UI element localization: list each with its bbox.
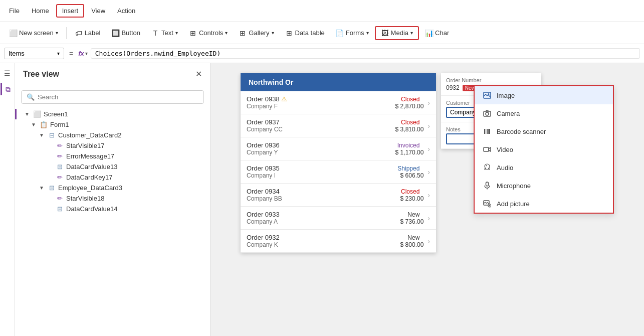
tree-item-datacardvalue14[interactable]: ⊟ DataCardValue14 <box>15 204 210 214</box>
gallery-button[interactable]: ⊞ Gallery ▾ <box>234 27 279 39</box>
order-number: Order 0936 <box>247 141 395 149</box>
svg-rect-6 <box>487 129 488 134</box>
dropdown-item-image[interactable]: Image <box>475 86 613 104</box>
order-arrow-icon: › <box>427 99 430 107</box>
order-amount: $ 736.00 <box>400 218 424 225</box>
chart-icon: 📊 <box>425 29 433 37</box>
order-row[interactable]: Order 0934 Company BB Closed $ 230.00 › <box>241 184 436 207</box>
chart-button[interactable]: 📊 Char <box>420 27 454 39</box>
media-chevron-icon: ▾ <box>410 30 413 36</box>
forms-button[interactable]: 📄 Forms ▾ <box>331 27 374 39</box>
search-icon: 🔍 <box>27 93 35 101</box>
controls-button[interactable]: ⊞ Controls ▾ <box>184 27 233 39</box>
menu-view[interactable]: View <box>86 5 110 17</box>
order-number: Order 0937 <box>247 118 395 126</box>
formula-input-container[interactable]: Choices(Orders.nwind_EmployeeID) <box>91 48 640 59</box>
media-button[interactable]: 🖼 Media ▾ <box>375 26 419 40</box>
dropdown-item-audio[interactable]: Audio <box>475 158 613 177</box>
order-number-value: 0932 <box>446 84 460 91</box>
dropdown-item-video[interactable]: Video <box>475 140 613 158</box>
forms-icon: 📄 <box>336 29 344 37</box>
expand-form1-icon: ▼ <box>31 122 37 127</box>
data-table-button[interactable]: ⊞ Data table <box>280 27 330 39</box>
svg-rect-10 <box>486 182 489 186</box>
dropdown-item-camera[interactable]: Camera <box>475 104 613 122</box>
toolbar: ⬜ New screen ▾ 🏷 Label 🔲 Button T Text ▾… <box>0 22 644 44</box>
canvas-area: Northwind Or Order 0938 ⚠ Company F Clos… <box>210 63 644 336</box>
menu-action[interactable]: Action <box>112 5 140 17</box>
menu-insert[interactable]: Insert <box>56 4 85 18</box>
video-icon <box>483 145 492 154</box>
search-input[interactable] <box>38 93 198 101</box>
order-right: New $ 736.00 <box>400 211 424 225</box>
tree-item-employee-datacard3[interactable]: ▼ ⊟ Employee_DataCard3 <box>15 183 210 193</box>
order-right: Closed $ 2,870.00 <box>395 96 424 110</box>
datacardkey17-label: DataCardKey17 <box>66 174 113 181</box>
image-label: Image <box>497 92 515 99</box>
order-info: Order 0938 ⚠ Company F <box>247 95 395 110</box>
svg-point-1 <box>488 93 490 95</box>
svg-rect-9 <box>484 147 489 151</box>
order-number: Order 0934 <box>247 188 400 195</box>
tree-item-datacardvalue13[interactable]: ⊟ DataCardValue13 <box>15 161 210 172</box>
order-amount: $ 3,810.00 <box>395 126 424 133</box>
formula-fx-button[interactable]: fx ▾ <box>78 50 88 57</box>
order-status: New <box>400 234 420 241</box>
datacardvalue14-label: DataCardValue14 <box>66 205 117 213</box>
main-layout: ☰ ⧉ Tree view ✕ 🔍 ▼ ⬜ Screen1 ▼ 📋 Form1 <box>0 63 644 336</box>
screen1-label: Screen1 <box>44 110 68 118</box>
order-row[interactable]: Order 0938 ⚠ Company F Closed $ 2,870.00… <box>241 91 436 114</box>
tree-view: ▼ ⬜ Screen1 ▼ 📋 Form1 ▼ ⊟ Customer_DataC… <box>15 109 210 336</box>
menu-file[interactable]: File <box>4 5 25 17</box>
dropdown-item-microphone[interactable]: Microphone <box>475 177 613 195</box>
hamburger-icon[interactable]: ☰ <box>2 67 14 79</box>
order-amount: $ 1,170.00 <box>395 149 424 156</box>
order-company: Company BB <box>247 195 400 202</box>
tree-item-starvisible17[interactable]: ✏ StarVisible17 <box>15 140 210 151</box>
screen1-icon: ⬜ <box>33 110 42 118</box>
form1-icon: 📋 <box>39 121 48 128</box>
order-list: Order 0938 ⚠ Company F Closed $ 2,870.00… <box>241 91 436 253</box>
order-arrow-icon: › <box>427 145 430 153</box>
formula-bar: Items ▾ = fx ▾ Choices(Orders.nwind_Empl… <box>0 44 644 63</box>
order-number: Order 0938 ⚠ <box>247 95 395 103</box>
tree-item-form1[interactable]: ▼ 📋 Form1 <box>15 119 210 130</box>
tree-item-datacardkey17[interactable]: ✏ DataCardKey17 <box>15 172 210 183</box>
customer-datacard2-icon: ⊟ <box>47 131 56 139</box>
tree-item-errormessage17[interactable]: ✏ ErrorMessage17 <box>15 151 210 161</box>
controls-chevron-icon: ▾ <box>225 30 228 36</box>
order-right: Invoiced $ 1,170.00 <box>395 142 424 156</box>
order-status: Shipped <box>397 165 419 172</box>
order-info: Order 0934 Company BB <box>247 188 400 202</box>
tree-item-customer-datacard2[interactable]: ▼ ⊟ Customer_DataCard2 <box>15 130 210 140</box>
order-row[interactable]: Order 0933 Company A New $ 736.00 › <box>241 207 436 230</box>
menu-home[interactable]: Home <box>27 5 54 17</box>
order-right: Shipped $ 606.50 <box>397 165 423 179</box>
starvisible17-icon: ✏ <box>55 142 64 149</box>
order-row[interactable]: Order 0937 Company CC Closed $ 3,810.00 … <box>241 114 436 137</box>
dropdown-item-add-picture[interactable]: Add picture <box>475 195 613 213</box>
button-button[interactable]: 🔲 Button <box>106 27 145 39</box>
sidebar-close-button[interactable]: ✕ <box>195 69 202 79</box>
order-row[interactable]: Order 0936 Company Y Invoiced $ 1,170.00… <box>241 137 436 160</box>
toolbar-sep-1 <box>66 27 67 39</box>
svg-rect-7 <box>488 129 489 134</box>
order-row[interactable]: Order 0935 Company I Shipped $ 606.50 › <box>241 160 436 184</box>
text-button[interactable]: T Text ▾ <box>146 27 183 39</box>
order-company: Company Y <box>247 149 395 156</box>
tree-item-screen1[interactable]: ▼ ⬜ Screen1 <box>15 109 210 119</box>
video-label: Video <box>497 146 513 153</box>
errormessage17-label: ErrorMessage17 <box>66 152 114 160</box>
tree-item-starvisible18[interactable]: ✏ StarVisible18 <box>15 193 210 204</box>
dropdown-item-barcode[interactable]: Barcode scanner <box>475 122 613 140</box>
barcode-scanner-icon <box>483 127 492 136</box>
expand-customer-datacard2-icon: ▼ <box>39 132 45 138</box>
order-info: Order 0936 Company Y <box>247 141 395 156</box>
order-arrow-icon: › <box>427 237 430 245</box>
label-button[interactable]: 🏷 Label <box>70 27 106 39</box>
new-screen-button[interactable]: ⬜ New screen ▾ <box>4 27 63 39</box>
order-row[interactable]: Order 0932 Company K New $ 800.00 › <box>241 230 436 253</box>
layers-icon[interactable]: ⧉ <box>1 83 15 95</box>
formula-dropdown[interactable]: Items ▾ <box>4 48 64 59</box>
order-company: Company F <box>247 103 395 110</box>
